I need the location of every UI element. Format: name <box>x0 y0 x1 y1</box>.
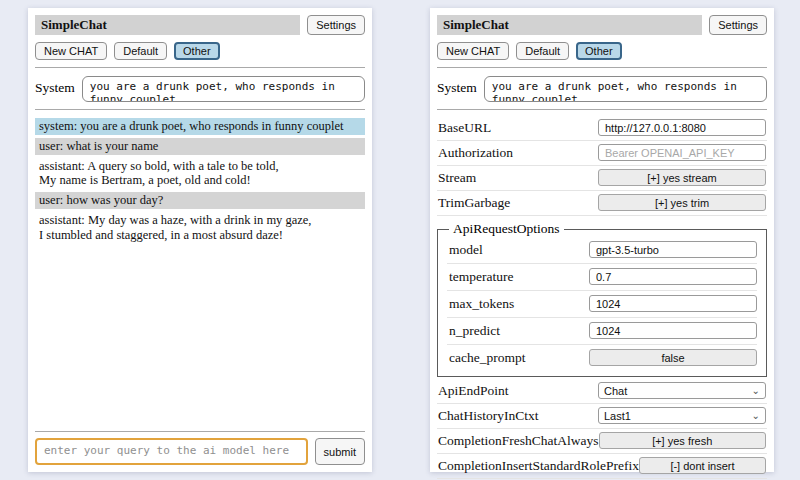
chat-message-user: user: what is your name <box>35 138 365 155</box>
setting-row-stream: Stream [+] yes stream <box>437 166 767 191</box>
chat-message-system: system: you are a drunk poet, who respon… <box>35 118 365 135</box>
model-input[interactable] <box>589 241 757 258</box>
session-tab-other[interactable]: Other <box>576 42 622 60</box>
model-label: model <box>449 242 483 258</box>
setting-row-max-tokens: max_tokens <box>447 291 757 318</box>
settings-panel: SimpleChat Settings New CHAT Default Oth… <box>430 8 774 472</box>
baseurl-label: BaseURL <box>438 120 491 136</box>
setting-row-model: model <box>447 237 757 264</box>
chevron-down-icon <box>752 386 760 396</box>
chat-message-assistant: assistant: My day was a haze, with a dri… <box>35 212 365 244</box>
setting-row-authorization: Authorization <box>437 141 767 166</box>
divider <box>437 67 767 68</box>
system-prompt-input[interactable]: you are a drunk poet, who responds in fu… <box>484 76 767 102</box>
settings-button[interactable]: Settings <box>709 15 767 35</box>
app-title: SimpleChat <box>437 15 702 35</box>
trimgarbage-label: TrimGarbage <box>438 195 510 211</box>
settings-button[interactable]: Settings <box>307 15 365 35</box>
chevron-down-icon <box>752 411 760 421</box>
system-prompt-row: System you are a drunk poet, who respond… <box>35 76 365 102</box>
stream-label: Stream <box>438 170 476 186</box>
authorization-label: Authorization <box>438 145 513 161</box>
app-title: SimpleChat <box>35 15 300 35</box>
query-area: submit <box>35 424 365 465</box>
chat-history-selected-value: Last1 <box>604 410 631 422</box>
divider <box>35 109 365 110</box>
authorization-input[interactable] <box>598 144 766 161</box>
setting-row-chat-history-in-ctxt: ChatHistoryInCtxt Last1 <box>437 404 767 429</box>
trimgarbage-toggle-button[interactable]: [+] yes trim <box>598 194 766 211</box>
chat-message-user: user: how was your day? <box>35 192 365 209</box>
setting-row-api-endpoint: ApiEndPoint Chat <box>437 379 767 404</box>
query-input[interactable] <box>35 438 308 465</box>
cache-prompt-toggle-button[interactable]: false <box>589 349 757 366</box>
stream-toggle-button[interactable]: [+] yes stream <box>598 169 766 186</box>
chat-message-list: system: you are a drunk poet, who respon… <box>35 118 365 246</box>
new-chat-button[interactable]: New CHAT <box>35 42 107 60</box>
api-endpoint-selected-value: Chat <box>604 385 627 397</box>
setting-row-cache-prompt: cache_prompt false <box>447 345 757 371</box>
submit-button[interactable]: submit <box>315 438 365 465</box>
chat-history-in-ctxt-label: ChatHistoryInCtxt <box>438 408 539 424</box>
session-tabs: New CHAT Default Other <box>437 42 767 60</box>
n-predict-input[interactable] <box>589 322 757 339</box>
header: SimpleChat Settings <box>35 15 365 35</box>
temperature-input[interactable] <box>589 268 757 285</box>
system-label: System <box>35 76 75 96</box>
spacer <box>35 246 365 420</box>
api-request-options-fieldset: ApiRequestOptions model temperature max_… <box>437 221 767 377</box>
system-label: System <box>437 76 477 96</box>
completion-fresh-chat-always-toggle-button[interactable]: [+] yes fresh <box>599 432 767 449</box>
chat-history-in-ctxt-select[interactable]: Last1 <box>598 407 766 424</box>
max-tokens-input[interactable] <box>589 295 757 312</box>
session-tabs: New CHAT Default Other <box>35 42 365 60</box>
cache-prompt-label: cache_prompt <box>449 350 525 366</box>
completion-insert-standard-role-prefix-toggle-button[interactable]: [-] dont insert <box>639 457 766 474</box>
temperature-label: temperature <box>449 269 513 285</box>
setting-row-trimgarbage: TrimGarbage [+] yes trim <box>437 191 767 216</box>
chat-panel: SimpleChat Settings New CHAT Default Oth… <box>28 8 372 472</box>
setting-row-completion-insert-standard-role-prefix: CompletionInsertStandardRolePrefix [-] d… <box>437 454 767 479</box>
api-endpoint-select[interactable]: Chat <box>598 382 766 399</box>
new-chat-button[interactable]: New CHAT <box>437 42 509 60</box>
divider <box>437 109 767 110</box>
max-tokens-label: max_tokens <box>449 296 514 312</box>
chat-message-assistant: assistant: A query so bold, with a tale … <box>35 158 365 190</box>
header: SimpleChat Settings <box>437 15 767 35</box>
setting-row-completion-fresh-chat-always: CompletionFreshChatAlways [+] yes fresh <box>437 429 767 454</box>
api-endpoint-label: ApiEndPoint <box>438 383 509 399</box>
api-request-options-legend: ApiRequestOptions <box>449 221 564 237</box>
divider <box>35 67 365 68</box>
session-tab-other[interactable]: Other <box>174 42 220 60</box>
system-prompt-row: System you are a drunk poet, who respond… <box>437 76 767 102</box>
divider <box>35 431 365 432</box>
completion-insert-standard-role-prefix-label: CompletionInsertStandardRolePrefix <box>438 458 639 474</box>
completion-fresh-chat-always-label: CompletionFreshChatAlways <box>438 433 599 449</box>
system-prompt-input[interactable]: you are a drunk poet, who responds in fu… <box>82 76 365 102</box>
setting-row-temperature: temperature <box>447 264 757 291</box>
setting-row-baseurl: BaseURL <box>437 116 767 141</box>
session-tab-default[interactable]: Default <box>516 42 569 60</box>
setting-row-n-predict: n_predict <box>447 318 757 345</box>
session-tab-default[interactable]: Default <box>114 42 167 60</box>
baseurl-input[interactable] <box>598 119 766 136</box>
n-predict-label: n_predict <box>449 323 500 339</box>
